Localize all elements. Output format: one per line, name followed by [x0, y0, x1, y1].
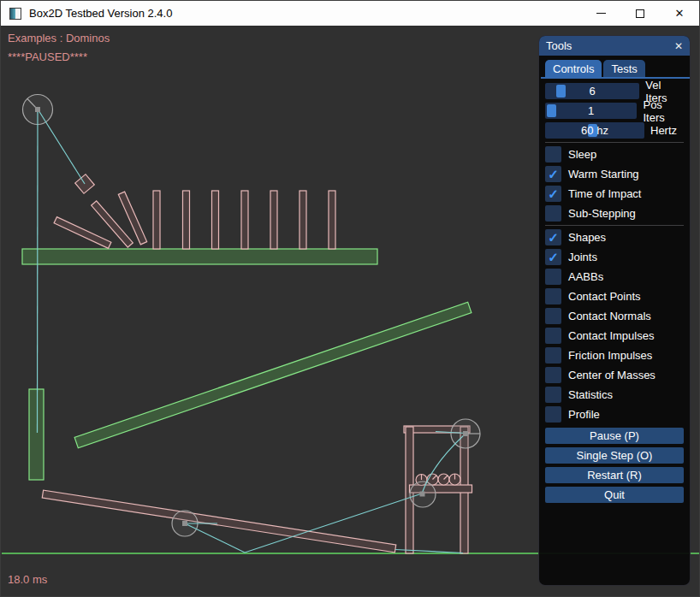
slider-label: Hertz: [650, 124, 677, 137]
checkbox-joints[interactable]: ✓Joints: [545, 249, 684, 265]
app-icon: [9, 8, 21, 20]
checkbox-unchecked-icon[interactable]: [545, 406, 561, 423]
checkbox-checked-icon[interactable]: ✓: [545, 166, 561, 182]
checkbox-label: Center of Masses: [568, 369, 656, 381]
restart-r-button[interactable]: Restart (R): [545, 467, 684, 483]
checkbox-unchecked-icon[interactable]: [545, 205, 561, 222]
ball-4: [449, 474, 460, 485]
checkbox-unchecked-icon[interactable]: [545, 269, 561, 285]
joint-pendulum-box: [39, 110, 85, 184]
app-window: Box2D Testbed Version 2.4.0 ✕ Examples :…: [0, 0, 700, 597]
pos-iters-slider[interactable]: 1: [545, 103, 637, 119]
checkbox-time-of-impact[interactable]: ✓Time of Impact: [545, 186, 684, 202]
quit-button[interactable]: Quit: [545, 487, 684, 503]
example-label: Examples : Dominos: [8, 32, 110, 44]
checkbox-warm-starting[interactable]: ✓Warm Starting: [545, 166, 684, 182]
slider-value: 1: [545, 103, 637, 119]
checkbox-label: Contact Impulses: [568, 329, 654, 342]
close-button[interactable]: ✕: [660, 1, 699, 26]
checkbox-unchecked-icon[interactable]: [545, 288, 561, 304]
separator: [545, 225, 684, 226]
separator: [545, 142, 684, 143]
checkbox-label: Contact Normals: [568, 310, 651, 322]
button-group: Pause (P)Single Step (O)Restart (R)Quit: [545, 428, 684, 503]
slider-group: 6Vel Iters1Pos Iters60 hzHertz: [545, 83, 684, 139]
checkbox-shapes[interactable]: ✓Shapes: [545, 229, 684, 245]
checkbox-friction-impulses[interactable]: Friction Impulses: [545, 347, 684, 364]
checkbox-contact-normals[interactable]: Contact Normals: [545, 308, 684, 324]
checkbox-unchecked-icon[interactable]: [545, 367, 561, 383]
tab-bar: ControlsTests: [541, 60, 690, 79]
checkbox-unchecked-icon[interactable]: [545, 146, 561, 163]
checkbox-checked-icon[interactable]: ✓: [545, 186, 561, 202]
domino-fallen-1: [54, 217, 111, 249]
checkbox-contact-impulses[interactable]: Contact Impulses: [545, 328, 684, 344]
joint-ground-lower: [245, 494, 422, 553]
pause-p-button[interactable]: Pause (P): [545, 428, 684, 444]
checkbox-label: Warm Starting: [568, 168, 639, 180]
minimize-button[interactable]: [581, 1, 620, 26]
checkbox-checked-icon[interactable]: ✓: [545, 229, 561, 245]
slider-row-hertz: 60 hzHertz: [545, 122, 684, 139]
checkbox-label: Joints: [568, 251, 597, 263]
slider-value: 60 hz: [545, 122, 644, 139]
tab-tests[interactable]: Tests: [603, 60, 644, 77]
seesaw-plank: [42, 490, 395, 553]
checkbox-checked-icon[interactable]: ✓: [545, 249, 561, 265]
domino-5: [270, 191, 277, 249]
checkbox-label: Statistics: [568, 388, 613, 401]
checkbox-statistics[interactable]: Statistics: [545, 387, 684, 403]
anchor-pendulum: [35, 107, 40, 112]
anchor-lower: [420, 492, 425, 497]
anchor-upper: [463, 431, 468, 436]
checkbox-label: Shapes: [568, 231, 606, 244]
paused-label: ****PAUSED****: [8, 50, 87, 63]
domino-6: [300, 191, 306, 249]
single-step-o-button[interactable]: Single Step (O): [545, 447, 684, 464]
checkbox-aabbs[interactable]: AABBs: [545, 269, 684, 285]
domino-4: [241, 191, 248, 249]
ball-3: [438, 474, 449, 485]
domino-1: [153, 191, 160, 249]
vel-iters-slider[interactable]: 6: [545, 83, 639, 99]
anchor-wheel: [182, 521, 187, 526]
checkbox-sub-stepping[interactable]: Sub-Stepping: [545, 205, 684, 222]
tools-panel-title: Tools: [546, 39, 572, 52]
checkbox-unchecked-icon[interactable]: [545, 308, 561, 324]
checkbox-label: Time of Impact: [568, 187, 641, 200]
checkbox-group: Sleep✓Warm Starting✓Time of ImpactSub-St…: [545, 146, 684, 423]
checkbox-label: Profile: [568, 408, 600, 421]
checkbox-center-of-masses[interactable]: Center of Masses: [545, 367, 684, 383]
joint-pendulum-vertical: [38, 111, 39, 433]
tools-panel-titlebar[interactable]: Tools ✕: [539, 36, 690, 56]
checkbox-unchecked-icon[interactable]: [545, 347, 561, 364]
checkbox-label: Friction Impulses: [568, 349, 652, 362]
checkbox-label: Contact Points: [568, 290, 641, 303]
slider-value: 6: [545, 83, 639, 99]
checkbox-sleep[interactable]: Sleep: [545, 146, 684, 163]
checkbox-unchecked-icon[interactable]: [545, 387, 561, 403]
checkbox-contact-points[interactable]: Contact Points: [545, 288, 684, 304]
slider-label: Pos Iters: [643, 98, 684, 124]
checkbox-unchecked-icon[interactable]: [545, 328, 561, 344]
vertical-rod: [29, 389, 44, 480]
checkbox-label: Sub-Stepping: [568, 207, 636, 220]
tab-controls[interactable]: Controls: [545, 60, 602, 77]
slider-row-vel-iters: 6Vel Iters: [545, 83, 684, 99]
checkbox-profile[interactable]: Profile: [545, 406, 684, 423]
window-title: Box2D Testbed Version 2.4.0: [29, 7, 172, 20]
frame-time-label: 18.0 ms: [8, 573, 47, 586]
os-titlebar[interactable]: Box2D Testbed Version 2.4.0 ✕: [1, 1, 699, 27]
platform-top: [22, 249, 377, 264]
checkbox-label: AABBs: [568, 270, 603, 283]
checkbox-label: Sleep: [568, 148, 596, 161]
domino-2: [183, 191, 190, 249]
minimize-icon: [596, 13, 606, 14]
tools-panel: Tools ✕ ControlsTests 6Vel Iters1Pos Ite…: [538, 35, 691, 586]
slider-row-pos-iters: 1Pos Iters: [545, 103, 684, 119]
close-icon: ✕: [675, 8, 685, 19]
hertz-slider[interactable]: 60 hz: [545, 122, 644, 139]
panel-close-icon[interactable]: ✕: [674, 41, 683, 51]
maximize-icon: [636, 9, 644, 18]
maximize-button[interactable]: [620, 1, 660, 26]
